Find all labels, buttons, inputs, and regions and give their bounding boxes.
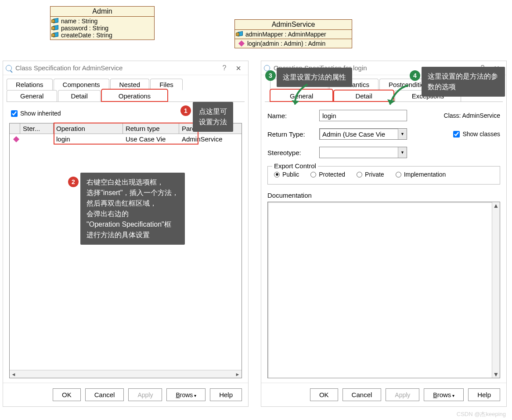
scroll-down-icon[interactable]: ▼ [493,371,499,378]
dialog-title: Class Specification for AdminService [15,64,217,72]
uml-attr-label: password : String [61,25,108,32]
col-stereotype[interactable]: Ster... [20,123,54,134]
attribute-icon [53,18,59,24]
ok-button[interactable]: OK [310,388,338,401]
stereotype-label: Stereotype: [267,149,316,156]
tab-detail[interactable]: Detail [58,90,100,101]
callout-1: 点这里可 设置方法 [193,102,233,132]
show-classes-row[interactable]: Show classes [453,130,500,138]
radio-label: Private [365,171,384,178]
tab-detail[interactable]: Detail [334,90,393,101]
uml-class-body: name : String password : String createDa… [50,17,154,40]
return-row: Return Type: Admin (Use Case Vie ▼ Show … [267,128,500,140]
badge-3: 3 [265,70,276,81]
tab-general[interactable]: General [7,90,57,101]
name-label: Name: [267,112,316,119]
radio-icon [357,172,362,177]
return-type-combo[interactable]: Admin (Use Case Vie ▼ [319,128,407,140]
tab-operations[interactable]: Operations [101,89,168,101]
attribute-icon [53,33,59,38]
documentation-textarea[interactable]: ▲▼ [267,202,500,378]
uml-attr-label: adminMapper : AdminMapper [245,31,326,38]
uml-op-label: login(admin : Admin) : Admin [247,40,325,47]
tab-relations[interactable]: Relations [7,79,53,90]
callout-4: 这里设置的是方法的参数的选项 [422,67,505,97]
v-scrollbar[interactable]: ▲▼ [492,202,500,378]
operation-spec-dialog: Operation Specification for login ? × Pr… [261,61,507,407]
uml-class-admin: Admin name : String password : String cr… [50,6,155,40]
radio-public[interactable]: Public [274,171,299,178]
export-radios: Public Protected Private Implementation [274,171,494,178]
browse-button[interactable]: Brows [166,388,206,401]
dialog-body: Name: Class: AdminService Return Type: A… [261,102,506,383]
operations-table[interactable]: Ster... Operation Return type Parent log… [9,123,242,378]
uml-class-title: Admin [50,7,154,17]
tabs-lower: General Detail Operations [3,90,248,101]
operation-icon [13,136,19,142]
ok-button[interactable]: OK [53,388,81,401]
dialog-buttons: OK Cancel Apply Brows Help [261,383,506,406]
radio-icon [396,172,401,177]
name-input[interactable] [319,110,407,121]
operation-icon [238,40,245,47]
badge-4: 4 [410,70,420,81]
attribute-icon [238,32,244,37]
tabs-upper: Relations Components Nested Files [3,79,248,90]
magnifier-icon [6,65,12,71]
help-icon[interactable]: ? [217,64,231,72]
scroll-left-icon[interactable]: ◄ [10,372,18,377]
col-blank [10,123,20,134]
documentation-label: Documentation [267,192,500,199]
radio-implementation[interactable]: Implementation [396,171,446,178]
uml-class-body: adminMapper : AdminMapper [235,30,352,39]
stereotype-row: Stereotype: ▼ [267,147,500,158]
radio-label: Public [282,171,299,178]
show-classes-checkbox[interactable] [453,131,460,138]
uml-attr-label: name : String [61,18,97,25]
callout-2: 右键空白处出现选项框， 选择"insert"，插入一个方法， 然后再双击红框区域… [80,173,185,245]
tab-components[interactable]: Components [54,79,109,90]
stereotype-combo[interactable]: ▼ [319,147,407,158]
arrow-icon [386,84,413,111]
uml-attribute: adminMapper : AdminMapper [238,31,349,38]
uml-attr-label: createDate : String [61,32,112,39]
show-inherited-label: Show inherited [20,110,61,117]
chevron-down-icon[interactable]: ▼ [398,147,407,158]
cancel-button[interactable]: Cancel [343,388,382,401]
cell-ster[interactable] [20,134,54,144]
show-inherited-checkbox[interactable] [11,110,18,117]
browse-button[interactable]: Brows [424,388,464,401]
chevron-down-icon[interactable]: ▼ [398,129,407,139]
apply-button: Apply [128,388,162,401]
radio-label: Protected [319,171,345,178]
attribute-icon [53,25,59,31]
row-icon [10,134,20,144]
arrow-icon [290,83,312,110]
radio-protected[interactable]: Protected [310,171,345,178]
radio-private[interactable]: Private [357,171,384,178]
badge-1: 1 [180,105,191,116]
combo-value: Admin (Use Case Vie [320,130,398,138]
show-classes-label: Show classes [462,130,500,138]
table-body[interactable]: login Use Case Vie AdminService [10,134,242,370]
tab-nested[interactable]: Nested [110,79,150,90]
dialog-titlebar: Class Specification for AdminService ? × [3,61,248,75]
export-control-fieldset: Export Control Public Protected Private … [267,166,500,185]
help-button[interactable]: Help [468,388,500,401]
radio-icon [310,172,316,177]
return-label: Return Type: [267,130,316,138]
h-scrollbar[interactable]: ◄ ► [10,370,242,378]
watermark: CSDN @杰keeping [457,410,506,418]
tab-files[interactable]: Files [150,79,183,90]
radio-icon [274,172,280,177]
cancel-button[interactable]: Cancel [85,388,124,401]
uml-attribute: password : String [53,25,151,32]
uml-class-adminservice: AdminService adminMapper : AdminMapper l… [234,19,352,48]
uml-operation: login(admin : Admin) : Admin [238,40,349,47]
highlight-box [54,123,198,145]
close-icon[interactable]: × [231,64,245,72]
help-button[interactable]: Help [210,388,242,401]
scroll-up-icon[interactable]: ▲ [493,202,499,209]
uml-class-title: AdminService [235,20,352,30]
scroll-right-icon[interactable]: ► [234,372,242,377]
